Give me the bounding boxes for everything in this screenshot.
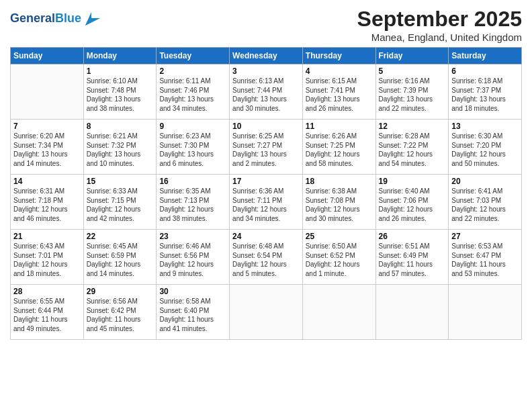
calendar-cell: 16Sunrise: 6:35 AM Sunset: 7:13 PM Dayli… <box>157 175 230 230</box>
day-number: 26 <box>379 232 446 241</box>
day-number: 22 <box>87 232 154 241</box>
col-saturday: Saturday <box>449 48 522 64</box>
day-info: Sunrise: 6:30 AM Sunset: 7:20 PM Dayligh… <box>451 132 519 168</box>
page-container: GeneralBlue September 2025 Manea, Englan… <box>0 0 532 347</box>
calendar-cell: 12Sunrise: 6:28 AM Sunset: 7:22 PM Dayli… <box>375 120 449 175</box>
col-monday: Monday <box>83 48 157 64</box>
month-title: September 2025 <box>357 7 522 32</box>
day-info: Sunrise: 6:15 AM Sunset: 7:41 PM Dayligh… <box>306 77 373 113</box>
calendar-cell <box>375 285 449 340</box>
day-info: Sunrise: 6:18 AM Sunset: 7:37 PM Dayligh… <box>451 77 519 113</box>
day-number: 24 <box>232 232 300 241</box>
calendar-week-2: 7Sunrise: 6:20 AM Sunset: 7:34 PM Daylig… <box>11 120 522 175</box>
svg-marker-0 <box>85 12 100 26</box>
day-info: Sunrise: 6:53 AM Sunset: 6:47 PM Dayligh… <box>451 242 519 278</box>
calendar-cell: 13Sunrise: 6:30 AM Sunset: 7:20 PM Dayli… <box>449 120 522 175</box>
day-number: 12 <box>379 122 446 131</box>
calendar-cell: 30Sunrise: 6:58 AM Sunset: 6:40 PM Dayli… <box>157 285 230 340</box>
calendar-cell: 5Sunrise: 6:16 AM Sunset: 7:39 PM Daylig… <box>375 64 449 120</box>
col-tuesday: Tuesday <box>157 48 230 64</box>
day-info: Sunrise: 6:31 AM Sunset: 7:18 PM Dayligh… <box>13 187 81 223</box>
location: Manea, England, United Kingdom <box>357 32 522 43</box>
calendar-cell: 1Sunrise: 6:10 AM Sunset: 7:48 PM Daylig… <box>83 64 157 120</box>
day-info: Sunrise: 6:38 AM Sunset: 7:08 PM Dayligh… <box>306 187 373 223</box>
day-number: 17 <box>232 177 300 186</box>
day-number: 16 <box>159 177 226 186</box>
col-thursday: Thursday <box>302 48 375 64</box>
col-wednesday: Wednesday <box>230 48 303 64</box>
calendar-cell: 10Sunrise: 6:25 AM Sunset: 7:27 PM Dayli… <box>230 120 303 175</box>
day-info: Sunrise: 6:13 AM Sunset: 7:44 PM Dayligh… <box>232 77 300 113</box>
day-number: 13 <box>451 122 519 131</box>
calendar-cell: 11Sunrise: 6:26 AM Sunset: 7:25 PM Dayli… <box>302 120 375 175</box>
calendar-cell: 20Sunrise: 6:41 AM Sunset: 7:03 PM Dayli… <box>449 175 522 230</box>
calendar-cell: 7Sunrise: 6:20 AM Sunset: 7:34 PM Daylig… <box>11 120 84 175</box>
day-number: 21 <box>13 232 81 241</box>
calendar-cell: 18Sunrise: 6:38 AM Sunset: 7:08 PM Dayli… <box>302 175 375 230</box>
day-number: 3 <box>232 66 300 76</box>
day-number: 28 <box>13 287 81 296</box>
col-sunday: Sunday <box>11 48 84 64</box>
day-number: 8 <box>87 122 154 131</box>
calendar-week-1: 1Sunrise: 6:10 AM Sunset: 7:48 PM Daylig… <box>11 64 522 120</box>
header: GeneralBlue September 2025 Manea, Englan… <box>10 7 522 43</box>
calendar-cell <box>302 285 375 340</box>
day-number: 5 <box>379 66 446 76</box>
calendar-week-4: 21Sunrise: 6:43 AM Sunset: 7:01 PM Dayli… <box>11 230 522 285</box>
day-number: 18 <box>306 177 373 186</box>
calendar-cell: 28Sunrise: 6:55 AM Sunset: 6:44 PM Dayli… <box>11 285 84 340</box>
day-info: Sunrise: 6:56 AM Sunset: 6:42 PM Dayligh… <box>87 297 154 333</box>
calendar-cell: 23Sunrise: 6:46 AM Sunset: 6:56 PM Dayli… <box>157 230 230 285</box>
header-row: Sunday Monday Tuesday Wednesday Thursday… <box>11 48 522 64</box>
day-info: Sunrise: 6:16 AM Sunset: 7:39 PM Dayligh… <box>379 77 446 113</box>
day-info: Sunrise: 6:10 AM Sunset: 7:48 PM Dayligh… <box>87 77 154 113</box>
day-info: Sunrise: 6:21 AM Sunset: 7:32 PM Dayligh… <box>87 132 154 168</box>
calendar-cell: 24Sunrise: 6:48 AM Sunset: 6:54 PM Dayli… <box>230 230 303 285</box>
calendar-cell: 17Sunrise: 6:36 AM Sunset: 7:11 PM Dayli… <box>230 175 303 230</box>
logo-text-general: GeneralBlue <box>10 12 81 26</box>
day-number: 1 <box>87 66 154 76</box>
day-info: Sunrise: 6:20 AM Sunset: 7:34 PM Dayligh… <box>13 132 81 168</box>
day-info: Sunrise: 6:55 AM Sunset: 6:44 PM Dayligh… <box>13 297 81 333</box>
calendar-cell: 19Sunrise: 6:40 AM Sunset: 7:06 PM Dayli… <box>375 175 449 230</box>
calendar-cell <box>11 64 84 120</box>
calendar-cell: 6Sunrise: 6:18 AM Sunset: 7:37 PM Daylig… <box>449 64 522 120</box>
day-number: 30 <box>159 287 226 296</box>
logo: GeneralBlue <box>10 9 101 28</box>
calendar-table: Sunday Monday Tuesday Wednesday Thursday… <box>10 47 522 340</box>
day-number: 15 <box>87 177 154 186</box>
day-info: Sunrise: 6:58 AM Sunset: 6:40 PM Dayligh… <box>159 297 226 333</box>
day-info: Sunrise: 6:45 AM Sunset: 6:59 PM Dayligh… <box>87 242 154 278</box>
calendar-cell <box>449 285 522 340</box>
calendar-cell: 8Sunrise: 6:21 AM Sunset: 7:32 PM Daylig… <box>83 120 157 175</box>
day-number: 20 <box>451 177 519 186</box>
calendar-cell: 27Sunrise: 6:53 AM Sunset: 6:47 PM Dayli… <box>449 230 522 285</box>
logo-icon <box>83 9 101 28</box>
calendar-cell: 2Sunrise: 6:11 AM Sunset: 7:46 PM Daylig… <box>157 64 230 120</box>
day-number: 11 <box>306 122 373 131</box>
day-info: Sunrise: 6:33 AM Sunset: 7:15 PM Dayligh… <box>87 187 154 223</box>
day-info: Sunrise: 6:26 AM Sunset: 7:25 PM Dayligh… <box>306 132 373 168</box>
title-block: September 2025 Manea, England, United Ki… <box>357 7 522 43</box>
day-info: Sunrise: 6:43 AM Sunset: 7:01 PM Dayligh… <box>13 242 81 278</box>
calendar-cell: 25Sunrise: 6:50 AM Sunset: 6:52 PM Dayli… <box>302 230 375 285</box>
calendar-week-5: 28Sunrise: 6:55 AM Sunset: 6:44 PM Dayli… <box>11 285 522 340</box>
day-info: Sunrise: 6:35 AM Sunset: 7:13 PM Dayligh… <box>159 187 226 223</box>
calendar-cell: 22Sunrise: 6:45 AM Sunset: 6:59 PM Dayli… <box>83 230 157 285</box>
calendar-cell: 15Sunrise: 6:33 AM Sunset: 7:15 PM Dayli… <box>83 175 157 230</box>
day-number: 25 <box>306 232 373 241</box>
day-number: 23 <box>159 232 226 241</box>
day-info: Sunrise: 6:25 AM Sunset: 7:27 PM Dayligh… <box>232 132 300 168</box>
calendar-cell <box>230 285 303 340</box>
day-info: Sunrise: 6:46 AM Sunset: 6:56 PM Dayligh… <box>159 242 226 278</box>
day-number: 4 <box>306 66 373 76</box>
day-info: Sunrise: 6:40 AM Sunset: 7:06 PM Dayligh… <box>379 187 446 223</box>
day-number: 2 <box>159 66 226 76</box>
day-info: Sunrise: 6:48 AM Sunset: 6:54 PM Dayligh… <box>232 242 300 278</box>
calendar-cell: 3Sunrise: 6:13 AM Sunset: 7:44 PM Daylig… <box>230 64 303 120</box>
day-number: 9 <box>159 122 226 131</box>
calendar-cell: 4Sunrise: 6:15 AM Sunset: 7:41 PM Daylig… <box>302 64 375 120</box>
day-info: Sunrise: 6:36 AM Sunset: 7:11 PM Dayligh… <box>232 187 300 223</box>
day-info: Sunrise: 6:11 AM Sunset: 7:46 PM Dayligh… <box>159 77 226 113</box>
day-number: 6 <box>451 66 519 76</box>
